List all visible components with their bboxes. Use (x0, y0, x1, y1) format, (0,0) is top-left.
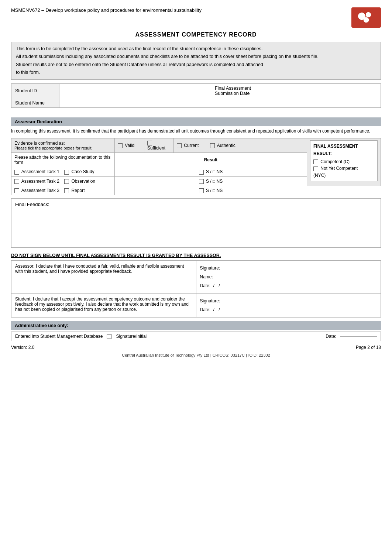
nyc-row: Not Yet Competent (313, 166, 374, 171)
final-feedback-box: Final Feedback: (11, 198, 381, 248)
version-label: Version: 2.0 (11, 345, 34, 350)
final-assessment-cell: Final Assessment Submission Date (211, 84, 307, 98)
student-name-row: Student Name (11, 98, 381, 108)
task-3-label: Assessment Task 3 Report (11, 186, 115, 195)
result-label-cell: Result (115, 153, 307, 167)
student-date-label: Date: / / (200, 305, 377, 314)
final-assessment-label: Final Assessment (215, 86, 303, 91)
task-3-checkbox[interactable] (14, 188, 19, 193)
attach-doc-label: Please attach the following documentatio… (11, 153, 115, 167)
current-checkbox[interactable] (177, 143, 182, 148)
current-label: Current (184, 143, 199, 148)
task-1-type-checkbox[interactable] (64, 170, 69, 175)
student-sig-cell: Signature: Date: / / (196, 294, 381, 318)
student-name-value[interactable] (59, 98, 381, 108)
student-name-label: Student Name (11, 98, 59, 108)
main-title: ASSESSMENT COMPETENCY RECORD (11, 31, 381, 38)
sufficient-cell: Sufficient (144, 138, 174, 153)
logo (351, 7, 381, 28)
submission-date-label: Submission Date (215, 91, 303, 96)
assessor-name-label: Name: (200, 272, 377, 281)
submission-date-value-cell[interactable] (307, 84, 381, 98)
student-date-slash2: / (219, 307, 220, 312)
student-sig-block: Signature: Date: / / (200, 296, 377, 314)
final-feedback-label: Final Feedback: (15, 202, 377, 207)
admin-date-label: Date: (326, 334, 336, 339)
student-id-value[interactable] (59, 84, 211, 98)
competent-row: Competent (C) (313, 159, 374, 164)
competent-checkbox[interactable] (313, 159, 318, 164)
admin-date-value (340, 336, 377, 337)
assessor-date-slash2: / (219, 283, 220, 288)
assessor-declaration-text: Assessor: I declare that I have conducte… (15, 264, 192, 274)
info-line2: All student submissions including any as… (16, 53, 376, 61)
assessor-declaration-header: Assessor Declaration (11, 117, 381, 126)
nyc-abbr: (NYC) (313, 173, 374, 178)
footer-center: Central Australian Institute of Technolo… (11, 353, 381, 357)
student-date-slash1: / (213, 307, 214, 312)
nyc-checkbox[interactable] (313, 167, 318, 171)
info-box: This form is to be completed by the asse… (11, 42, 381, 80)
assessor-declaration-cell: Assessor: I declare that I have conducte… (11, 261, 196, 294)
admin-checkbox[interactable] (107, 334, 111, 339)
evidence-header-row: Evidence is confirmed as: Please tick th… (11, 138, 381, 153)
sufficient-label: Sufficient (147, 145, 165, 151)
task-2-type-checkbox[interactable] (64, 179, 69, 184)
declaration-row: Assessor: I declare that I have conducte… (11, 261, 381, 294)
signature-initial-label: Signature/Initial (116, 334, 147, 339)
task-1-s-checkbox[interactable] (199, 170, 204, 175)
evidence-confirmed-label: Evidence is confirmed as: (14, 141, 111, 146)
task-2-checkbox[interactable] (14, 179, 19, 184)
final-feedback-input[interactable] (15, 210, 377, 243)
admin-section: Administrative use only: Entered into St… (11, 321, 381, 341)
result-header: RESULT: (313, 151, 374, 156)
student-declaration-text: Student: I declare that I accept the ass… (15, 296, 192, 312)
assessor-description: In completing this assessment, it is con… (11, 128, 381, 134)
task-3-type: Report (72, 188, 85, 193)
task-1-name: Assessment Task 1 (21, 169, 59, 174)
assessor-date-text: Date: (200, 283, 211, 288)
final-assessment-result-cell: FINAL ASSESSMENT RESULT: Competent (C) N… (307, 138, 381, 186)
admin-row: Entered into Student Management Database… (11, 332, 381, 341)
task-3-s-checkbox[interactable] (199, 188, 204, 193)
student-signature-label: Signature: (200, 298, 220, 303)
task-3-type-checkbox[interactable] (64, 188, 69, 193)
assessor-sig-label: Signature: (200, 264, 377, 272)
final-assessment-result-header: FINAL ASSESSMENT (313, 144, 374, 149)
assessor-date-slash1: / (213, 283, 214, 288)
task-2-s-checkbox[interactable] (199, 179, 204, 184)
student-date-text: Date: (200, 307, 211, 312)
student-name-input[interactable] (63, 100, 377, 106)
current-cell: Current (174, 138, 207, 153)
authentic-checkbox[interactable] (210, 143, 215, 148)
student-table: Student ID Final Assessment Submission D… (11, 83, 381, 108)
task-3-result: S / □ NS (115, 186, 307, 195)
admin-header: Administrative use only: (11, 321, 381, 330)
valid-label: Valid (125, 143, 134, 148)
please-tick-label: Please tick the appropriate boxes for re… (14, 146, 111, 150)
evidence-label-cell: Evidence is confirmed as: Please tick th… (11, 138, 115, 153)
info-line1: This form is to be completed by the asse… (16, 45, 376, 53)
valid-checkbox[interactable] (118, 143, 123, 148)
footer-row: Version: 2.0 Page 2 of 18 (11, 345, 381, 350)
task-2-label: Assessment Task 2 Observation (11, 176, 115, 186)
task-1-checkbox[interactable] (14, 170, 19, 175)
student-id-input[interactable] (63, 88, 207, 94)
task-1-type: Case Study (72, 169, 94, 174)
task-1-result-text: S / □ NS (206, 169, 223, 174)
task-2-result-text: S / □ NS (206, 179, 223, 184)
assessor-signature-label: Signature: (200, 265, 220, 271)
assessor-sig-cell: Signature: Name: Date: / / (196, 261, 381, 294)
student-declaration-cell: Student: I declare that I accept the ass… (11, 294, 196, 318)
entered-label: Entered into Student Management Database (15, 334, 103, 339)
task-2-type: Observation (72, 179, 96, 184)
task-3-result-text: S / □ NS (206, 188, 223, 193)
student-id-label: Student ID (11, 84, 59, 98)
submission-date-input[interactable] (311, 88, 377, 94)
header-subtitle-text: MSMENV672 – Develop workplace policy and… (11, 7, 202, 13)
nyc-label: Not Yet Competent (320, 166, 358, 171)
result-label: Result (204, 157, 218, 162)
sufficient-checkbox[interactable] (147, 141, 152, 145)
authentic-cell: Authentic (207, 138, 307, 153)
task-1-result: S / □ NS (115, 167, 307, 176)
